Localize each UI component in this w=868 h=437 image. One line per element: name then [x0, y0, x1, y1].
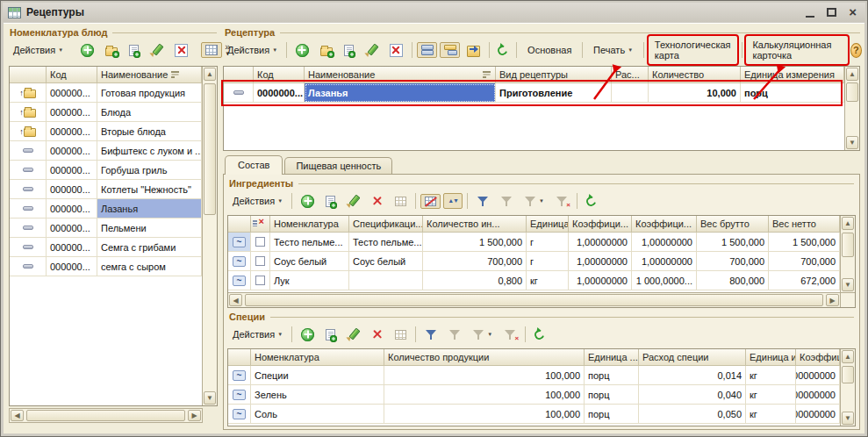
- edit-button[interactable]: [146, 41, 168, 59]
- scroll-down-button[interactable]: ▼: [842, 278, 854, 291]
- filter-menu-button-disabled[interactable]: ▼: [468, 326, 497, 343]
- save-disabled-button[interactable]: [391, 327, 411, 342]
- scroll-up-button[interactable]: ▲: [842, 350, 854, 363]
- table-row[interactable]: ~ Тесто пельме... Тесто пельме... 1 500,…: [228, 233, 840, 252]
- col-header-recipe-type[interactable]: Вид рецептуры: [496, 67, 612, 83]
- vertical-scrollbar[interactable]: ▲ ▼: [844, 67, 859, 150]
- row-checkbox[interactable]: [255, 276, 265, 285]
- col-header-unit[interactable]: Единица ...: [585, 349, 639, 366]
- col-header-quantity[interactable]: Количество ин...: [423, 216, 527, 233]
- actions-menu-button[interactable]: Действия ▼: [228, 193, 287, 209]
- save-disabled-button[interactable]: [391, 194, 411, 209]
- col-header-quantity[interactable]: Количество: [649, 67, 741, 83]
- scroll-right-button[interactable]: ▶: [826, 294, 839, 306]
- recipe-row-selected[interactable]: 0000000... Лазанья Приготовление 10,000 …: [224, 83, 844, 103]
- col-header-name[interactable]: Наименование: [305, 67, 496, 83]
- scroll-left-button[interactable]: ◀: [229, 294, 242, 306]
- horizontal-scrollbar[interactable]: ◀ ▶: [9, 408, 203, 423]
- table-row[interactable]: ~ Соль 100,000 порц 0,050 кг 1,00000000: [228, 405, 840, 424]
- col-header-flag[interactable]: [251, 216, 270, 233]
- close-button[interactable]: ×: [849, 7, 857, 18]
- clear-filter-button-disabled[interactable]: ×: [499, 326, 520, 343]
- col-header-name[interactable]: Наименование: [97, 67, 202, 83]
- row-checkbox[interactable]: [255, 256, 265, 266]
- copy-button[interactable]: [340, 42, 358, 59]
- copy-button[interactable]: [321, 326, 340, 343]
- col-header-nomenclature[interactable]: Номенклатура: [270, 216, 349, 233]
- vertical-scrollbar[interactable]: ▲ ▼: [840, 216, 855, 292]
- add-group-button[interactable]: [316, 42, 337, 59]
- calc-card-button[interactable]: Калькуляционная карточка: [746, 36, 848, 64]
- scroll-up-button[interactable]: ▲: [846, 68, 858, 81]
- scroll-up-button[interactable]: ▲: [204, 68, 216, 81]
- col-header-unit[interactable]: Единица: [527, 216, 569, 233]
- filter-button-disabled[interactable]: [496, 193, 517, 210]
- scroll-right-button[interactable]: ▶: [188, 410, 201, 421]
- refresh-button[interactable]: [530, 327, 549, 342]
- add-button[interactable]: [297, 326, 319, 344]
- actions-menu-button[interactable]: Действия ▼: [223, 42, 282, 58]
- col-header-product-qty[interactable]: Количество продукции: [384, 349, 585, 366]
- add-button[interactable]: [291, 41, 313, 60]
- delete-button[interactable]: [367, 192, 388, 210]
- col-header-row-icon[interactable]: [224, 67, 254, 83]
- tab-nutrition[interactable]: Пищевая ценность: [284, 157, 392, 175]
- hierarchy-view-button[interactable]: [440, 42, 460, 58]
- help-button[interactable]: ?: [850, 43, 862, 58]
- table-row[interactable]: ~ Соус белый Соус белый 700,000 г 1,0000…: [228, 252, 840, 271]
- row-checkbox[interactable]: [255, 237, 265, 247]
- table-row[interactable]: 000000... Пельмени: [10, 218, 202, 238]
- add-button[interactable]: [297, 192, 319, 211]
- actions-menu-button[interactable]: Действия ▼: [9, 42, 68, 58]
- edit-button[interactable]: [342, 326, 364, 343]
- col-header-row-icon[interactable]: [228, 349, 251, 366]
- maximize-button[interactable]: [827, 8, 836, 17]
- edit-button[interactable]: [342, 192, 364, 210]
- scroll-thumb[interactable]: [26, 410, 185, 421]
- table-row[interactable]: ~ Зелень 100,000 порц 0,040 кг 1,0000000…: [228, 385, 840, 405]
- col-header-gross[interactable]: Вес брутто: [697, 216, 769, 233]
- table-row[interactable]: ~ Лук 0,800 кг 1,00000000 1 000,0000... …: [228, 271, 840, 290]
- table-row[interactable]: 000000... Семга с грибами: [10, 238, 202, 257]
- scroll-thumb[interactable]: [842, 233, 854, 257]
- col-header-coeff1[interactable]: Коэффици...: [569, 216, 632, 233]
- col-header-ras[interactable]: Рас...: [612, 67, 649, 83]
- scroll-down-button[interactable]: ▼: [846, 136, 858, 149]
- filter-button-disabled[interactable]: [444, 326, 465, 343]
- minimize-button[interactable]: [806, 16, 814, 18]
- table-row[interactable]: ↑ 000000... Блюда: [10, 103, 202, 122]
- col-header-coeff2[interactable]: Коэффици...: [632, 216, 697, 233]
- set-filter-button[interactable]: [420, 326, 441, 343]
- col-header-tree-icon[interactable]: [10, 67, 47, 83]
- delete-button[interactable]: [170, 41, 192, 60]
- scroll-thumb[interactable]: [842, 366, 854, 383]
- col-header-code[interactable]: Код: [254, 67, 305, 83]
- add-group-button[interactable]: [101, 42, 122, 59]
- scroll-left-button[interactable]: ◀: [11, 410, 24, 421]
- scroll-thumb[interactable]: [846, 82, 858, 102]
- col-header-coeff[interactable]: Коэффициент: [796, 349, 840, 366]
- toggle-markup-button[interactable]: [420, 194, 441, 209]
- main-button[interactable]: Основная: [521, 41, 577, 59]
- col-header-unit[interactable]: Единица измерения: [741, 67, 844, 83]
- table-row[interactable]: ~ Специи 100,000 порц 0,014 кг 1,0000000…: [228, 366, 840, 385]
- vertical-scrollbar[interactable]: ▲ ▼: [202, 67, 217, 405]
- move-item-button[interactable]: [463, 41, 484, 60]
- horizontal-scrollbar[interactable]: ◀ ▶: [228, 292, 840, 307]
- scroll-thumb[interactable]: [204, 83, 216, 215]
- scroll-down-button[interactable]: ▼: [204, 391, 216, 405]
- table-row[interactable]: 000000... Горбуша гриль: [10, 161, 202, 180]
- col-header-net[interactable]: Вес нетто: [769, 216, 840, 233]
- col-header-specification[interactable]: Спецификаци...: [349, 216, 423, 233]
- table-row-selected[interactable]: 000000... Лазанья: [10, 199, 202, 218]
- refresh-button[interactable]: [582, 194, 600, 209]
- col-header-code[interactable]: Код: [47, 67, 97, 83]
- tech-card-button[interactable]: Технологическая карта: [649, 36, 737, 64]
- scroll-thumb[interactable]: [245, 294, 823, 306]
- scroll-down-button[interactable]: ▼: [842, 412, 854, 425]
- table-row[interactable]: ↑ 000000... Вторые блюда: [10, 122, 202, 141]
- delete-button[interactable]: [367, 326, 388, 343]
- delete-button[interactable]: [385, 41, 407, 60]
- add-button[interactable]: [76, 41, 98, 60]
- tree-view-toggle-button[interactable]: [201, 42, 222, 58]
